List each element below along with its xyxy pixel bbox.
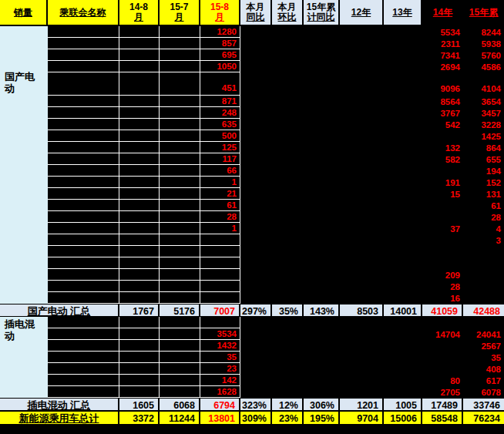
cell-month-mom-redacted[interactable] [272, 188, 304, 200]
cell-14-8-redacted[interactable] [119, 142, 160, 153]
cell-cum-yoy-redacted[interactable] [304, 165, 340, 177]
cell-member-name-redacted[interactable] [48, 26, 119, 38]
cell-13y-subtotal[interactable]: 1005 [384, 399, 422, 412]
cell-cum-yoy-redacted[interactable] [304, 153, 340, 165]
cell-member-name-redacted[interactable] [48, 177, 119, 188]
cell-month-mom-redacted[interactable] [272, 328, 304, 340]
cell-13y-redacted[interactable] [384, 223, 422, 234]
cell-14-8-redacted[interactable] [119, 223, 160, 234]
cell-14-8-redacted[interactable] [119, 72, 160, 96]
cell-cum-yoy-redacted[interactable] [304, 328, 340, 340]
cell-12y-redacted[interactable] [340, 257, 384, 269]
cell-13y-redacted[interactable] [384, 119, 422, 130]
cell-cum-yoy-redacted[interactable] [304, 223, 340, 234]
cell-month-yoy-redacted[interactable] [240, 211, 272, 223]
cell-13y-redacted[interactable] [384, 363, 422, 375]
cell-13y-redacted[interactable] [384, 281, 422, 292]
cell-15cum[interactable]: 3 [463, 234, 504, 246]
cell-15-8[interactable] [200, 257, 240, 269]
column-header[interactable]: 15-7月 [160, 0, 200, 26]
cell-15-7-redacted[interactable] [160, 317, 200, 328]
cell-14-8-total[interactable]: 3372 [119, 412, 160, 426]
cell-month-yoy-redacted[interactable] [240, 281, 272, 292]
cell-15-7-redacted[interactable] [160, 340, 200, 352]
cell-member-name-redacted[interactable] [48, 352, 119, 363]
cell-14y[interactable]: 7341 [422, 49, 463, 61]
cell-14-8-redacted[interactable] [119, 386, 160, 398]
cell-month-mom-redacted[interactable] [272, 38, 304, 49]
cell-member-name-redacted[interactable] [48, 49, 119, 61]
cell-14y[interactable] [422, 340, 463, 352]
cell-15-7-subtotal[interactable]: 6068 [160, 399, 200, 412]
cell-13y-redacted[interactable] [384, 142, 422, 153]
cell-month-yoy-redacted[interactable] [240, 130, 272, 142]
cell-15-7-redacted[interactable] [160, 234, 200, 246]
cell-15cum[interactable] [463, 292, 504, 304]
cell-14-8-redacted[interactable] [119, 165, 160, 177]
cell-15cum[interactable] [463, 257, 504, 269]
cell-cum-yoy-redacted[interactable] [304, 340, 340, 352]
cell-member-name-redacted[interactable] [48, 375, 119, 386]
cell-member-name-redacted[interactable] [48, 223, 119, 234]
cell-month-mom-redacted[interactable] [272, 234, 304, 246]
cell-month-yoy-redacted[interactable] [240, 153, 272, 165]
cell-15-7-redacted[interactable] [160, 26, 200, 38]
cell-15cum-subtotal[interactable]: 33746 [463, 399, 504, 412]
cell-15cum[interactable] [463, 269, 504, 281]
cell-15-7-redacted[interactable] [160, 200, 200, 211]
cell-13y-redacted[interactable] [384, 352, 422, 363]
group-label-phev[interactable]: 插电混动 [0, 317, 48, 398]
cell-15-8[interactable] [200, 317, 240, 328]
cell-14-8-redacted[interactable] [119, 246, 160, 257]
cell-14y[interactable]: 16 [422, 292, 463, 304]
cell-13y-redacted[interactable] [384, 375, 422, 386]
cell-15cum[interactable]: 617 [463, 375, 504, 386]
cell-15-8[interactable]: 695 [200, 49, 240, 61]
cell-month-mom-redacted[interactable] [272, 317, 304, 328]
cell-15-7-redacted[interactable] [160, 363, 200, 375]
cell-13y-redacted[interactable] [384, 340, 422, 352]
cell-15-7-redacted[interactable] [160, 119, 200, 130]
cell-15-8[interactable]: 142 [200, 375, 240, 386]
cell-14-8-redacted[interactable] [119, 119, 160, 130]
cell-member-name-redacted[interactable] [48, 72, 119, 96]
cell-13y-redacted[interactable] [384, 246, 422, 257]
cell-14y[interactable]: 14704 [422, 328, 463, 340]
cell-14y[interactable]: 132 [422, 142, 463, 153]
cell-14y[interactable]: 542 [422, 119, 463, 130]
cell-12y-redacted[interactable] [340, 223, 384, 234]
cell-12y-redacted[interactable] [340, 49, 384, 61]
cell-cum-yoy-redacted[interactable] [304, 188, 340, 200]
cell-month-mom-redacted[interactable] [272, 107, 304, 119]
cell-month-mom-redacted[interactable] [272, 119, 304, 130]
cell-14y[interactable] [422, 257, 463, 269]
cell-14-8-redacted[interactable] [119, 177, 160, 188]
cell-15-8[interactable]: 1432 [200, 340, 240, 352]
cell-cum-yoy-redacted[interactable] [304, 234, 340, 246]
cell-month-yoy-redacted[interactable] [240, 38, 272, 49]
cell-month-yoy-redacted[interactable] [240, 72, 272, 96]
cell-month-yoy-redacted[interactable] [240, 188, 272, 200]
cell-14y-total[interactable]: 58548 [422, 412, 463, 426]
cell-13y-redacted[interactable] [384, 153, 422, 165]
cell-15-8[interactable] [200, 269, 240, 281]
cell-13y-redacted[interactable] [384, 72, 422, 96]
cell-member-name-redacted[interactable] [48, 363, 119, 375]
cell-12y-redacted[interactable] [340, 142, 384, 153]
cell-month-mom-redacted[interactable] [272, 223, 304, 234]
cell-member-name-redacted[interactable] [48, 246, 119, 257]
cell-15-7-redacted[interactable] [160, 269, 200, 281]
cell-14-8-subtotal[interactable]: 1605 [119, 399, 160, 412]
cell-cum-yoy-redacted[interactable] [304, 49, 340, 61]
cell-cum-yoy-redacted[interactable] [304, 375, 340, 386]
cell-month-yoy-redacted[interactable] [240, 246, 272, 257]
cell-15-8[interactable]: 871 [200, 96, 240, 107]
cell-15-7-redacted[interactable] [160, 257, 200, 269]
cell-month-mom-redacted[interactable] [272, 177, 304, 188]
cell-15-8[interactable]: 66 [200, 165, 240, 177]
cell-13y-redacted[interactable] [384, 96, 422, 107]
cell-15cum[interactable] [463, 317, 504, 328]
cell-month-mom-total[interactable]: 23% [272, 412, 304, 426]
cell-month-mom-redacted[interactable] [272, 363, 304, 375]
cell-12y-redacted[interactable] [340, 281, 384, 292]
